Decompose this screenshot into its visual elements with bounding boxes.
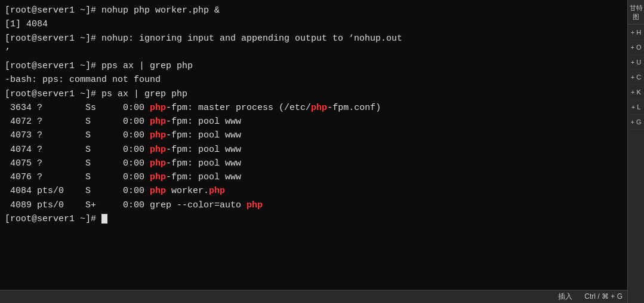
terminal-line: 4084 pts/0 S 0:00 php worker.php [5, 184, 623, 198]
terminal-output: [root@server1 ~]# nohup php worker.php &… [5, 4, 623, 293]
highlighted-text: php [246, 200, 263, 210]
terminal-text: [root@server1 ~]# nohup php worker.php &… [5, 4, 623, 226]
terminal-content[interactable]: [root@server1 ~]# nohup php worker.php &… [0, 0, 627, 303]
terminal-line: 4075 ? S 0:00 php-fpm: pool www [5, 157, 623, 170]
normal-text: 4074 ? S 0:00 [5, 145, 150, 155]
terminal-line: 3634 ? Ss 0:00 php-fpm: master process (… [5, 101, 623, 115]
terminal-line: 4072 ? S 0:00 php-fpm: pool www [5, 115, 623, 128]
terminal-line: 4074 ? S 0:00 php-fpm: pool www [5, 143, 623, 157]
sidebar-shortcut-button[interactable]: + G [628, 115, 644, 130]
terminal-line: [root@server1 ~]# nohup php worker.php & [5, 4, 623, 17]
normal-text: [1] 4084 [5, 19, 48, 29]
normal-text: [root@server1 ~]# [5, 214, 101, 224]
normal-text: 4072 ? S 0:00 [5, 117, 150, 127]
normal-text: 4084 pts/0 S 0:00 [5, 186, 150, 196]
terminal-line: [1] 4084 [5, 17, 623, 31]
normal-text: -fpm: pool www [166, 145, 241, 155]
highlighted-text: php [150, 172, 166, 182]
terminal-cursor [101, 214, 107, 224]
sidebar-shortcut-button[interactable]: + H [628, 25, 644, 40]
sidebar-shortcut-button[interactable]: + O [628, 40, 644, 55]
status-shortcut: Ctrl / ⌘ + G [584, 291, 627, 302]
highlighted-text: php [150, 103, 166, 113]
terminal-line: [root@server1 ~]# [5, 212, 623, 226]
normal-text: 3634 ? Ss 0:00 [5, 103, 150, 113]
normal-text: -fpm: pool www [166, 117, 241, 127]
normal-text: -bash: pps: command not found [5, 75, 161, 85]
highlighted-text: php [311, 103, 327, 113]
highlighted-text: php [150, 186, 166, 196]
terminal-line: -bash: pps: command not found [5, 73, 623, 87]
highlighted-text: php [150, 130, 166, 140]
sidebar-right: 甘特图 + H+ O+ U+ C+ K+ L+ G [627, 0, 644, 303]
normal-text: -fpm: master process (/etc/ [166, 103, 311, 113]
highlighted-text: php [209, 186, 225, 196]
normal-text: ’ [5, 47, 10, 57]
normal-text: -fpm: pool www [166, 130, 241, 140]
normal-text: [root@server1 ~]# nohup: ignoring input … [5, 33, 402, 44]
normal-text: [root@server1 ~]# nohup php worker.php & [5, 5, 220, 16]
highlighted-text: php [150, 145, 166, 155]
terminal-line: ’ [5, 45, 623, 59]
terminal-line: 4089 pts/0 S+ 0:00 grep --color=auto php [5, 198, 623, 212]
terminal-line: [root@server1 ~]# nohup: ignoring input … [5, 32, 623, 45]
terminal-line: 4073 ? S 0:00 php-fpm: pool www [5, 128, 623, 142]
sidebar-top-label: 甘特图 [628, 1, 644, 25]
terminal-line: 4076 ? S 0:00 php-fpm: pool www [5, 170, 623, 184]
terminal-line: [root@server1 ~]# ps ax | grep php [5, 87, 623, 101]
normal-text: [root@server1 ~]# ps ax | grep php [5, 89, 187, 99]
status-insert: 插入 [546, 291, 584, 302]
sidebar-shortcut-button[interactable]: + U [628, 55, 644, 70]
sidebar-shortcut-button[interactable]: + C [628, 70, 644, 85]
normal-text: -fpm.conf) [327, 103, 381, 113]
highlighted-text: php [150, 117, 166, 127]
sidebar-shortcut-button[interactable]: + L [628, 100, 644, 115]
normal-text: worker. [166, 186, 209, 196]
normal-text: [root@server1 ~]# pps ax | grep php [5, 61, 193, 71]
sidebar-shortcut-button[interactable]: + K [628, 85, 644, 100]
terminal-line: [root@server1 ~]# pps ax | grep php [5, 59, 623, 73]
highlighted-text: php [150, 158, 166, 169]
sidebar-items: + H+ O+ U+ C+ K+ L+ G [628, 25, 644, 130]
normal-text: -fpm: pool www [166, 158, 241, 169]
normal-text: 4073 ? S 0:00 [5, 130, 150, 140]
normal-text: -fpm: pool www [166, 172, 241, 182]
terminal-window: [root@server1 ~]# nohup php worker.php &… [0, 0, 644, 303]
normal-text: 4089 pts/0 S+ 0:00 grep --color=auto [5, 200, 246, 210]
status-bar: 插入 Ctrl / ⌘ + G [0, 290, 627, 303]
normal-text: 4075 ? S 0:00 [5, 158, 150, 169]
normal-text: 4076 ? S 0:00 [5, 172, 150, 182]
